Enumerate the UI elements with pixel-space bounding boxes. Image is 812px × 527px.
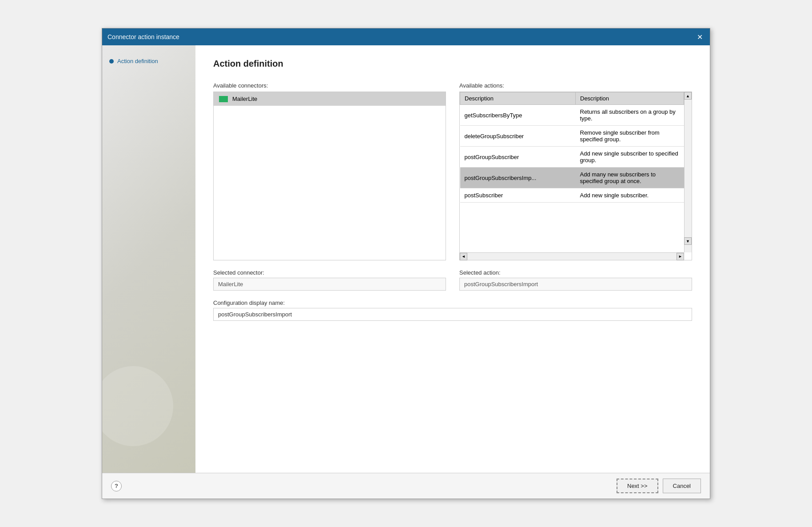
selected-connector-label: Selected connector: bbox=[213, 269, 446, 276]
actions-table-outer: Description Description getSubscribersBy… bbox=[459, 92, 692, 260]
action-desc-cell: Remove single subscriber from specified … bbox=[576, 126, 684, 147]
config-display-name-input[interactable] bbox=[213, 308, 692, 321]
selected-action-label: Selected action: bbox=[459, 269, 692, 276]
action-desc-cell: Returns all subscribers on a group by ty… bbox=[576, 105, 684, 126]
cancel-button[interactable]: Cancel bbox=[663, 479, 701, 493]
config-display-name-label: Configuration display name: bbox=[213, 299, 692, 306]
connectors-column: Available connectors: MailerLite bbox=[213, 82, 446, 260]
actions-table-scroll[interactable]: Description Description getSubscribersBy… bbox=[460, 92, 692, 260]
dialog-body: Action definition Action definition Avai… bbox=[102, 45, 710, 473]
action-name-cell: postGroupSubscriber bbox=[460, 147, 576, 168]
config-section: Configuration display name: bbox=[213, 299, 692, 321]
sidebar-item-label: Action definition bbox=[117, 58, 158, 64]
scroll-left-arrow[interactable]: ◄ bbox=[460, 253, 467, 260]
table-row[interactable]: postSubscriber Add new single subscriber… bbox=[460, 188, 684, 203]
footer-left: ? bbox=[111, 481, 122, 491]
selected-connector-input[interactable] bbox=[213, 278, 446, 291]
help-button[interactable]: ? bbox=[111, 481, 122, 491]
sidebar-item-action-definition[interactable]: Action definition bbox=[102, 54, 195, 68]
available-actions-label: Available actions: bbox=[459, 82, 692, 89]
action-name-cell: postSubscriber bbox=[460, 188, 576, 203]
actions-column: Available actions: Description Descripti… bbox=[459, 82, 692, 260]
page-title: Action definition bbox=[213, 59, 692, 69]
connector-action-dialog: Connector action instance ✕ Action defin… bbox=[102, 28, 710, 499]
connectors-list[interactable]: MailerLite bbox=[213, 92, 446, 260]
action-name-cell: postGroupSubscribersImp... bbox=[460, 168, 576, 188]
available-connectors-label: Available connectors: bbox=[213, 82, 446, 89]
footer-right: Next >> Cancel bbox=[617, 479, 701, 493]
action-desc-cell: Add new single subscriber to specified g… bbox=[576, 147, 684, 168]
table-row[interactable]: getSubscribersByType Returns all subscri… bbox=[460, 105, 684, 126]
dialog-footer: ? Next >> Cancel bbox=[102, 473, 710, 499]
action-desc-cell: Add new single subscriber. bbox=[576, 188, 684, 203]
selected-action-group: Selected action: bbox=[459, 269, 692, 291]
selected-connector-group: Selected connector: bbox=[213, 269, 446, 291]
two-column-section: Available connectors: MailerLite Availab… bbox=[213, 82, 692, 260]
action-name-cell: getSubscribersByType bbox=[460, 105, 576, 126]
horizontal-scrollbar[interactable]: ◄ ► bbox=[460, 252, 684, 260]
vertical-scrollbar[interactable]: ▲ ▼ bbox=[684, 92, 692, 252]
scroll-up-arrow[interactable]: ▲ bbox=[684, 92, 692, 100]
table-row[interactable]: postGroupSubscriber Add new single subsc… bbox=[460, 147, 684, 168]
title-bar: Connector action instance ✕ bbox=[102, 28, 710, 45]
selected-action-input[interactable] bbox=[459, 278, 692, 291]
table-row[interactable]: postGroupSubscribersImp... Add many new … bbox=[460, 168, 684, 188]
action-name-cell: deleteGroupSubscriber bbox=[460, 126, 576, 147]
table-row[interactable]: deleteGroupSubscriber Remove single subs… bbox=[460, 126, 684, 147]
next-button[interactable]: Next >> bbox=[617, 479, 658, 493]
col-header-desc: Description bbox=[576, 92, 684, 105]
sidebar: Action definition bbox=[102, 45, 195, 473]
close-button[interactable]: ✕ bbox=[695, 32, 705, 42]
actions-table: Description Description getSubscribersBy… bbox=[460, 92, 684, 203]
sidebar-dot bbox=[109, 59, 114, 64]
col-header-name: Description bbox=[460, 92, 576, 105]
scroll-down-arrow[interactable]: ▼ bbox=[684, 237, 692, 245]
action-desc-cell: Add many new subscribers to specified gr… bbox=[576, 168, 684, 188]
main-content: Action definition Available connectors: … bbox=[195, 45, 710, 473]
connector-flag-icon bbox=[219, 96, 228, 102]
dialog-title: Connector action instance bbox=[107, 33, 179, 40]
connector-name: MailerLite bbox=[232, 96, 257, 102]
scroll-right-arrow[interactable]: ► bbox=[677, 253, 684, 260]
selected-section: Selected connector: Selected action: bbox=[213, 269, 692, 291]
connector-item-mailerlite[interactable]: MailerLite bbox=[214, 92, 446, 106]
